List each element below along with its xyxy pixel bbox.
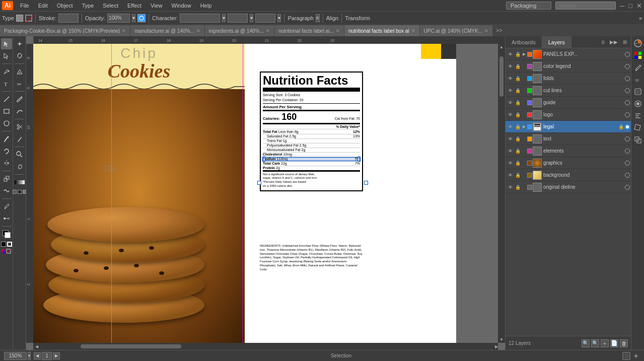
- opacity-dropdown[interactable]: ▾: [132, 14, 135, 22]
- layer-guide[interactable]: 👁 🔒 guide: [506, 97, 631, 109]
- tab-nf-box-close[interactable]: ✕: [411, 28, 415, 33]
- layer-lock-graphics[interactable]: 🔒: [514, 160, 521, 167]
- layer-lock2-legal[interactable]: 🔒: [617, 123, 624, 130]
- color-panel-btn[interactable]: [633, 38, 643, 48]
- scrollbar-vertical[interactable]: ▲ ▼: [498, 44, 505, 343]
- appearance-btn[interactable]: [633, 99, 643, 109]
- tab-nf-label[interactable]: nutritional facts label.ai... ✕: [274, 25, 344, 36]
- layer-target-elements[interactable]: [625, 149, 630, 154]
- layer-target-dieline[interactable]: [625, 185, 630, 190]
- scroll-thumb-h[interactable]: [81, 344, 181, 348]
- layer-eye-elements[interactable]: 👁: [507, 148, 514, 155]
- tab-ingredients[interactable]: ingredients.ai @ 140%... ✕: [205, 25, 274, 36]
- layer-lock-panels[interactable]: 🔒: [514, 51, 521, 58]
- tab-packaging-close[interactable]: ✕: [122, 28, 126, 33]
- layer-background[interactable]: 👁 🔒 background: [506, 169, 631, 181]
- layer-target-guide[interactable]: [625, 100, 630, 105]
- layer-arrow-legal[interactable]: ▶: [522, 124, 527, 129]
- layer-eye-logo[interactable]: 👁: [507, 111, 514, 118]
- layer-lock-colorlegend[interactable]: 🔒: [514, 63, 521, 70]
- zoom-input[interactable]: 150%: [4, 352, 27, 360]
- layer-lock-guide[interactable]: 🔒: [514, 99, 521, 106]
- layer-target-background[interactable]: [625, 173, 630, 178]
- layer-cut-lines[interactable]: 👁 🔒 cut lines: [506, 85, 631, 97]
- panel-menu-btn[interactable]: ≡: [599, 38, 607, 47]
- artboard-next-btn[interactable]: ▶: [53, 352, 60, 359]
- layer-panels-exp[interactable]: 👁 🔒 ▶ PANELS EXP...: [506, 48, 631, 60]
- symbols-panel-btn[interactable]: ∞: [633, 75, 643, 85]
- tab-packaging[interactable]: Packaging-Cookie-Box.ai @ 150% (CMYK/Pre…: [0, 25, 130, 36]
- rect-tool[interactable]: [1, 106, 12, 117]
- align-panel-btn[interactable]: [633, 111, 643, 121]
- lasso-tool[interactable]: [14, 50, 25, 61]
- tab-manufacturer-close[interactable]: ✕: [196, 28, 200, 33]
- layer-lock-text[interactable]: 🔒: [514, 135, 521, 142]
- font-style[interactable]: [255, 14, 275, 23]
- layer-eye-guide[interactable]: 👁: [507, 99, 514, 106]
- maximize-btn[interactable]: □: [628, 2, 632, 10]
- nf-row-sodium[interactable]: Sodium 110mg 5%: [263, 157, 360, 162]
- menu-view[interactable]: View: [147, 2, 167, 10]
- blend-tool[interactable]: [1, 213, 12, 224]
- layer-eye-dieline[interactable]: 👁: [507, 184, 514, 191]
- panel-collapse-btn[interactable]: ⊞: [621, 38, 629, 46]
- menu-window[interactable]: Window: [168, 2, 195, 10]
- layer-eye-text[interactable]: 👁: [507, 135, 514, 142]
- tab-upc[interactable]: UPC.ai @ 140% (CMYK... ✕: [420, 25, 493, 36]
- pathfinder-btn[interactable]: [633, 135, 643, 145]
- swatches-panel-btn[interactable]: [633, 50, 643, 60]
- layer-elements[interactable]: 👁 🔒 elements: [506, 145, 631, 157]
- layer-lock-dieline[interactable]: 🔒: [514, 184, 521, 191]
- font-size[interactable]: [228, 14, 248, 23]
- layer-color-legend[interactable]: 👁 🔒 color legend: [506, 60, 631, 73]
- make-sublayer-btn[interactable]: 🔍: [582, 339, 590, 347]
- scroll-right-btn[interactable]: ▶: [495, 344, 498, 349]
- zoom-dropdown[interactable]: ▾: [28, 352, 31, 360]
- artboard-number[interactable]: 1: [42, 352, 52, 360]
- magic-wand-tool[interactable]: [14, 38, 25, 49]
- line-tool[interactable]: [1, 94, 12, 105]
- brush-tool[interactable]: [1, 133, 12, 145]
- normal-mode[interactable]: [13, 190, 17, 194]
- minimize-btn[interactable]: ─: [620, 2, 624, 10]
- layer-eye-panels[interactable]: 👁: [507, 51, 514, 58]
- font-size-dropdown[interactable]: ▾: [250, 14, 253, 22]
- layer-lock-folds[interactable]: 🔒: [514, 75, 521, 82]
- layer-folds[interactable]: 👁 🔒 folds: [506, 73, 631, 85]
- tab-nf-box[interactable]: nutritional facts label box ai ✕: [344, 25, 420, 36]
- menu-type[interactable]: Type: [78, 2, 98, 10]
- menu-effect[interactable]: Effect: [123, 2, 146, 10]
- layer-target-logo[interactable]: [625, 112, 630, 117]
- layer-lock-logo[interactable]: 🔒: [514, 111, 521, 118]
- graphic-styles-btn[interactable]: [633, 87, 643, 97]
- delete-anchor-tool[interactable]: ✂: [14, 78, 25, 89]
- stroke-value[interactable]: [58, 14, 79, 23]
- layer-eye-folds[interactable]: 👁: [507, 75, 514, 82]
- type-tool[interactable]: T: [1, 78, 12, 89]
- scale-tool[interactable]: [1, 173, 12, 184]
- color-swatches[interactable]: [1, 229, 12, 240]
- new-layer-btn[interactable]: +: [601, 339, 609, 347]
- layer-lock-legal[interactable]: 🔒: [514, 123, 521, 130]
- add-anchor-tool[interactable]: [14, 66, 25, 77]
- fill-swatch[interactable]: [1, 242, 6, 247]
- layer-target-colorlegend[interactable]: [625, 64, 630, 69]
- scroll-thumb-v[interactable]: [499, 56, 504, 97]
- layer-eye-legal[interactable]: 👁: [507, 123, 514, 130]
- ellipse-tool[interactable]: [1, 118, 12, 129]
- layer-text[interactable]: 👁 🔒 text: [506, 133, 631, 145]
- menu-select[interactable]: Select: [99, 2, 122, 10]
- scrollbar-horizontal[interactable]: ◀ ▶: [33, 343, 498, 350]
- font-style-dropdown[interactable]: ▾: [277, 14, 281, 22]
- stroke-color-box[interactable]: [25, 15, 32, 22]
- layer-eye-background[interactable]: 👁: [507, 172, 514, 179]
- layer-legal[interactable]: 👁 🔒 ▶ legal 🔒: [506, 121, 631, 133]
- tab-ingredients-close[interactable]: ✕: [266, 28, 270, 33]
- find-layer-btn[interactable]: 🔍: [591, 339, 599, 347]
- layer-target-text[interactable]: [625, 136, 630, 141]
- menu-object[interactable]: Object: [53, 2, 77, 10]
- layer-graphics[interactable]: 👁 🔒 graphics: [506, 157, 631, 169]
- select-tool[interactable]: [1, 38, 12, 49]
- nutrition-facts-label[interactable]: Nutrition Facts Serving Size: 3 Cookies …: [260, 71, 363, 191]
- eyedropper-tool[interactable]: [1, 201, 12, 212]
